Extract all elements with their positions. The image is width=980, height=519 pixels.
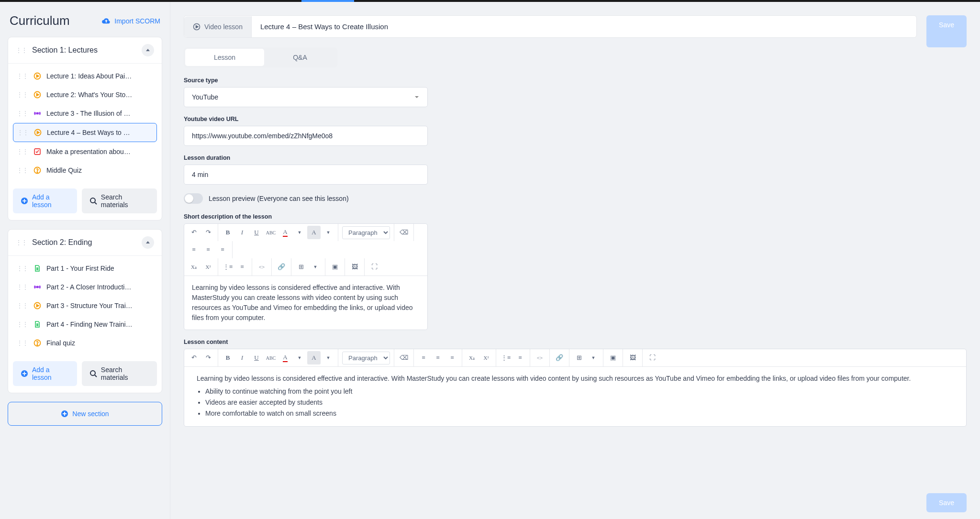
collapse-section-1-button[interactable] [142, 44, 154, 56]
drag-handle-icon[interactable]: ⋮⋮ [16, 239, 27, 246]
align-center-icon[interactable]: ≡ [431, 351, 445, 364]
duration-input[interactable] [184, 165, 428, 185]
underline-icon[interactable]: U [250, 351, 263, 364]
bold-icon[interactable]: B [221, 226, 234, 239]
strikethrough-icon[interactable]: ABC [264, 226, 278, 239]
save-button-bottom[interactable]: Save [926, 493, 967, 512]
text-color-dropdown-icon[interactable]: ▼ [293, 226, 306, 239]
lesson-item[interactable]: ⋮⋮Part 1 - Your First Ride [13, 259, 157, 277]
search-materials-button-s1[interactable]: Search materials [82, 188, 157, 213]
search-materials-button-s2[interactable]: Search materials [82, 361, 157, 386]
subscript-icon[interactable]: X₂ [465, 351, 479, 364]
table-dropdown-icon[interactable]: ▼ [309, 260, 322, 274]
italic-icon[interactable]: I [235, 351, 249, 364]
align-left-icon[interactable]: ≡ [187, 243, 200, 256]
superscript-icon[interactable]: X² [479, 351, 493, 364]
lesson-title-input[interactable] [252, 16, 916, 37]
link-icon[interactable]: 🔗 [275, 260, 288, 274]
clear-format-icon[interactable]: ⌫ [397, 226, 411, 239]
highlight-icon[interactable]: A [307, 226, 321, 239]
lesson-item[interactable]: ⋮⋮Lecture 2: What's Your Sto… [13, 86, 157, 104]
table-icon[interactable]: ⊞ [572, 351, 586, 364]
short-desc-label: Short description of the lesson [184, 213, 428, 220]
lesson-item[interactable]: ⋮⋮Part 3 - Structure Your Trai… [13, 297, 157, 315]
media-icon[interactable]: ▣ [606, 351, 620, 364]
save-button-top[interactable]: Save [926, 15, 967, 47]
clear-format-icon[interactable]: ⌫ [397, 351, 411, 364]
add-lesson-button-s1[interactable]: Add a lesson [13, 188, 77, 213]
align-right-icon[interactable]: ≡ [445, 351, 459, 364]
image-icon[interactable]: 🖼 [348, 260, 361, 274]
strikethrough-icon[interactable]: ABC [264, 351, 278, 364]
drag-handle-icon[interactable]: ⋮⋮ [17, 148, 28, 155]
lesson-content-body[interactable]: Learning by video lessons is considered … [184, 367, 966, 426]
section-1-header[interactable]: ⋮⋮ Section 1: Lectures [8, 37, 162, 64]
drag-handle-icon[interactable]: ⋮⋮ [17, 265, 28, 272]
paragraph-select[interactable]: Paragraph [342, 352, 390, 364]
align-right-icon[interactable]: ≡ [216, 243, 229, 256]
lesson-item[interactable]: ⋮⋮Part 4 - Finding New Traini… [13, 315, 157, 333]
code-icon[interactable]: <> [255, 260, 268, 274]
superscript-icon[interactable]: X² [201, 260, 215, 274]
link-icon[interactable]: 🔗 [553, 351, 566, 364]
highlight-dropdown-icon[interactable]: ▼ [322, 226, 335, 239]
drag-handle-icon[interactable]: ⋮⋮ [16, 47, 27, 54]
bullet-list-icon[interactable]: ⋮≡ [221, 260, 234, 274]
highlight-dropdown-icon[interactable]: ▼ [322, 351, 335, 364]
lesson-item[interactable]: ⋮⋮Lecture 3 - The Illusion of … [13, 104, 157, 122]
video-url-input[interactable] [184, 126, 428, 146]
fullscreen-icon[interactable]: ⛶ [368, 260, 381, 274]
fullscreen-icon[interactable]: ⛶ [646, 351, 659, 364]
bold-icon[interactable]: B [221, 351, 234, 364]
code-icon[interactable]: <> [533, 351, 546, 364]
redo-icon[interactable]: ↷ [201, 226, 215, 239]
italic-icon[interactable]: I [235, 226, 249, 239]
drag-handle-icon[interactable]: ⋮⋮ [17, 91, 28, 98]
paragraph-select[interactable]: Paragraph [342, 226, 390, 239]
number-list-icon[interactable]: ≡ [513, 351, 527, 364]
lesson-item[interactable]: ⋮⋮Middle Quiz [13, 161, 157, 179]
new-section-button[interactable]: New section [8, 402, 162, 426]
text-color-icon[interactable]: A [278, 226, 292, 239]
subscript-icon[interactable]: X₂ [187, 260, 200, 274]
bullet-list-icon[interactable]: ⋮≡ [499, 351, 512, 364]
collapse-section-2-button[interactable] [142, 236, 154, 249]
lesson-item[interactable]: ⋮⋮Final quiz [13, 334, 157, 352]
table-dropdown-icon[interactable]: ▼ [587, 351, 600, 364]
undo-icon[interactable]: ↶ [187, 351, 200, 364]
source-type-select[interactable]: YouTube [184, 87, 428, 107]
add-lesson-button-s2[interactable]: Add a lesson [13, 361, 77, 386]
lesson-item[interactable]: ⋮⋮Lecture 1: Ideas About Pai… [13, 67, 157, 85]
redo-icon[interactable]: ↷ [201, 351, 215, 364]
text-color-dropdown-icon[interactable]: ▼ [293, 351, 306, 364]
section-2-header[interactable]: ⋮⋮ Section 2: Ending [8, 230, 162, 256]
image-icon[interactable]: 🖼 [626, 351, 639, 364]
number-list-icon[interactable]: ≡ [235, 260, 249, 274]
tab-lesson[interactable]: Lesson [185, 49, 264, 66]
drag-handle-icon[interactable]: ⋮⋮ [17, 321, 28, 328]
text-color-icon[interactable]: A [278, 351, 292, 364]
import-scorm-button[interactable]: Import SCORM [102, 17, 160, 25]
lesson-preview-toggle[interactable] [184, 193, 203, 204]
align-center-icon[interactable]: ≡ [201, 243, 215, 256]
search-icon [89, 370, 97, 377]
lesson-label: Final quiz [46, 339, 153, 347]
drag-handle-icon[interactable]: ⋮⋮ [17, 110, 28, 117]
short-desc-body[interactable]: Learning by video lessons is considered … [184, 276, 427, 330]
underline-icon[interactable]: U [250, 226, 263, 239]
undo-icon[interactable]: ↶ [187, 226, 200, 239]
lesson-item[interactable]: ⋮⋮Make a presentation abou… [13, 143, 157, 161]
lesson-item[interactable]: ⋮⋮Lecture 4 – Best Ways to … [13, 123, 157, 142]
drag-handle-icon[interactable]: ⋮⋮ [17, 302, 28, 309]
drag-handle-icon[interactable]: ⋮⋮ [17, 73, 28, 79]
drag-handle-icon[interactable]: ⋮⋮ [17, 340, 28, 346]
align-left-icon[interactable]: ≡ [417, 351, 430, 364]
highlight-icon[interactable]: A [307, 351, 321, 364]
table-icon[interactable]: ⊞ [294, 260, 308, 274]
drag-handle-icon[interactable]: ⋮⋮ [17, 167, 28, 174]
media-icon[interactable]: ▣ [328, 260, 342, 274]
lesson-item[interactable]: ⋮⋮Part 2 - A Closer Introducti… [13, 278, 157, 296]
tab-qa[interactable]: Q&A [264, 49, 336, 66]
drag-handle-icon[interactable]: ⋮⋮ [17, 129, 29, 136]
drag-handle-icon[interactable]: ⋮⋮ [17, 284, 28, 290]
